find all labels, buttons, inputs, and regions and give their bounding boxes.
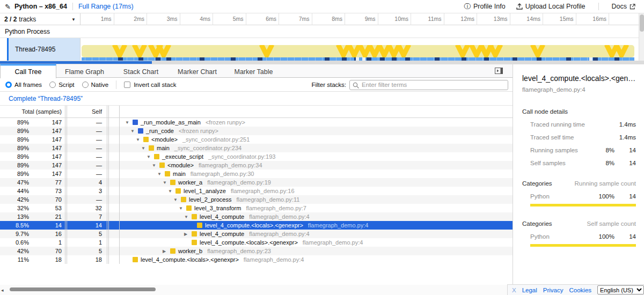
sidebar-detail-row: Running samples8%14 — [522, 147, 636, 153]
footer-link-cookies[interactable]: Cookies — [569, 287, 592, 293]
filter-label: Filter stacks: — [311, 82, 346, 88]
scroll-left-arrow-icon[interactable]: ◂ — [1, 287, 4, 293]
filter-input-box — [349, 80, 508, 90]
profile-info-button[interactable]: ⓘ Profile Info — [460, 1, 508, 12]
full-range-link[interactable]: Full Range (17ms) — [78, 3, 134, 10]
twisty-icon[interactable]: ▼ — [163, 180, 170, 185]
function-location: _sync_coordinator.py:234 — [174, 145, 241, 151]
table-row[interactable]: 32%5332▼level_3_transformflamegraph_demo… — [0, 204, 513, 212]
invert-call-stack-checkbox[interactable]: Invert call stack — [124, 82, 176, 88]
table-row[interactable]: 0.6%11level_4_compute.<locals>.<genexpr>… — [0, 238, 513, 247]
ruler-tick-label: 16ms — [576, 16, 606, 22]
breadcrumb[interactable]: Complete “Thread-78495” — [9, 95, 83, 102]
radio-icon — [5, 82, 12, 88]
track-thread-header[interactable]: Thread-78495 — [0, 38, 80, 61]
sidebar-function-location: flamegraph_demo.py:4 — [522, 86, 636, 93]
thread-activity-canvas[interactable] — [80, 38, 639, 61]
edit-icon[interactable]: ✎ — [5, 3, 11, 11]
twisty-icon[interactable]: ▶ — [163, 249, 170, 254]
function-name: level_4_compute.<locals>.<genexpr> — [205, 222, 303, 228]
footer-link-privacy[interactable]: Privacy — [543, 287, 564, 293]
table-row[interactable]: 89%147—▼mainflamegraph_demo.py:30 — [0, 169, 513, 178]
table-row[interactable]: 89%147—▼main_sync_coordinator.py:234 — [0, 144, 513, 152]
twisty-icon[interactable]: ▼ — [179, 206, 186, 211]
function-name: <module> — [151, 136, 178, 143]
docs-link[interactable]: Docs — [609, 2, 639, 11]
radio-script[interactable]: Script — [49, 82, 74, 88]
twisty-icon[interactable]: ▼ — [168, 189, 175, 194]
language-select[interactable]: English (US) — [597, 285, 644, 294]
table-row[interactable]: 42%705▶worker_bflamegraph_demo.py:23 — [0, 247, 513, 255]
table-row[interactable]: 9.7%165▶level_4_computeflamegraph_demo.p… — [0, 230, 513, 238]
horizontal-scrollbar-thumb[interactable] — [10, 287, 156, 291]
twisty-icon[interactable]: ▼ — [152, 163, 159, 168]
function-location: flamegraph_demo.py:4 — [308, 222, 369, 228]
profile-title: ✎ Python – x86_64 — [0, 3, 67, 11]
tab-flame-graph[interactable]: Flame Graph — [56, 64, 113, 78]
divider — [598, 3, 599, 10]
footer-links: XLegalPrivacyCookies — [512, 287, 591, 293]
twisty-icon[interactable]: ▼ — [147, 154, 154, 159]
track-python-process[interactable]: Python Process — [0, 25, 644, 38]
tracks-vertical-scrollbar-thumb[interactable] — [640, 14, 644, 32]
function-location: _sync_coordinator.py:193 — [208, 153, 275, 160]
category-icon — [133, 120, 138, 125]
table-row[interactable]: 89%147—▼_execute_script_sync_coordinator… — [0, 152, 513, 161]
upload-profile-button[interactable]: Upload Local Profile — [513, 2, 589, 11]
tab-stack-chart[interactable]: Stack Chart — [113, 64, 169, 78]
profile-name: Python – x86_64 — [14, 3, 67, 10]
twisty-icon[interactable]: ▼ — [136, 137, 143, 142]
sidebar-toggle-button[interactable] — [495, 67, 503, 77]
category-bar — [530, 244, 636, 247]
radio-native[interactable]: Native — [82, 82, 109, 88]
tab-marker-table[interactable]: Marker Table — [225, 64, 282, 78]
twisty-icon[interactable]: ▶ — [184, 232, 192, 237]
function-name: level_2_process — [189, 196, 232, 203]
header-actions: ⓘ Profile Info Upload Local Profile Docs — [460, 1, 644, 12]
tracks-dropdown[interactable]: 2 / 2 tracks ▼ — [0, 13, 80, 25]
twisty-icon[interactable]: ▼ — [157, 172, 165, 176]
divider — [116, 80, 116, 89]
radio-all-frames[interactable]: All frames — [5, 82, 42, 88]
table-row[interactable]: 47%774▼worker_aflamegraph_demo.py:19 — [0, 178, 513, 187]
function-location: flamegraph_demo.py:34 — [199, 162, 262, 168]
twisty-icon[interactable]: ▼ — [173, 197, 181, 202]
table-row[interactable]: 89%147—▼<module>flamegraph_demo.py:34 — [0, 161, 513, 169]
twisty-icon[interactable]: ▼ — [184, 215, 192, 219]
sidebar-category-row: Python100%14 — [522, 233, 636, 240]
category-icon — [170, 248, 175, 254]
category-icon — [175, 188, 181, 194]
table-row[interactable]: 89%147—▼_run_module_as_main<frozen runpy… — [0, 118, 513, 127]
table-row[interactable]: 89%147—▼_run_code<frozen runpy> — [0, 127, 513, 135]
function-name: main — [157, 145, 170, 151]
function-location: <frozen runpy> — [206, 119, 245, 126]
twisty-icon[interactable]: ▼ — [141, 146, 149, 151]
category-icon — [154, 154, 159, 159]
footer-link-legal[interactable]: Legal — [522, 287, 537, 293]
table-row[interactable]: 13%217▼level_4_computeflamegraph_demo.py… — [0, 212, 513, 221]
category-icon — [133, 257, 138, 262]
column-header-total[interactable]: Total (samples) — [0, 108, 65, 115]
function-name: <module> — [167, 162, 194, 168]
frame-filter-radios: All framesScriptNative — [0, 82, 114, 88]
ruler-tick-label: 11ms — [412, 16, 442, 22]
checkbox-icon — [124, 82, 130, 88]
table-row[interactable]: 89%147—▼<module>_sync_coordinator.py:251 — [0, 135, 513, 144]
table-row[interactable]: 8.5%1414level_4_compute.<locals>.<genexp… — [0, 221, 513, 230]
filter-input[interactable] — [362, 81, 508, 89]
footer-link-x[interactable]: X — [512, 287, 516, 293]
table-row[interactable]: 44%733▼level_1_analyzeflamegraph_demo.py… — [0, 187, 513, 195]
twisty-icon[interactable]: ▼ — [125, 120, 133, 125]
divider — [72, 3, 73, 10]
tracks-scrollbar-thumb[interactable] — [0, 61, 152, 64]
category-icon — [192, 231, 197, 237]
call-node-sidebar: level_4_compute.<locals>.<genexpr> flame… — [513, 64, 644, 285]
table-row[interactable]: 11%1818level_4_compute.<locals>.<genexpr… — [0, 255, 513, 264]
tabs: Call TreeFlame GraphStack ChartMarker Ch… — [0, 64, 282, 77]
table-row[interactable]: 42%70—▼level_2_processflamegraph_demo.py… — [0, 195, 513, 204]
category-icon — [165, 171, 170, 176]
tab-call-tree[interactable]: Call Tree — [0, 64, 56, 78]
twisty-icon[interactable]: ▼ — [130, 129, 138, 134]
column-header-self[interactable]: Self — [67, 108, 107, 115]
tab-marker-chart[interactable]: Marker Chart — [169, 64, 225, 78]
